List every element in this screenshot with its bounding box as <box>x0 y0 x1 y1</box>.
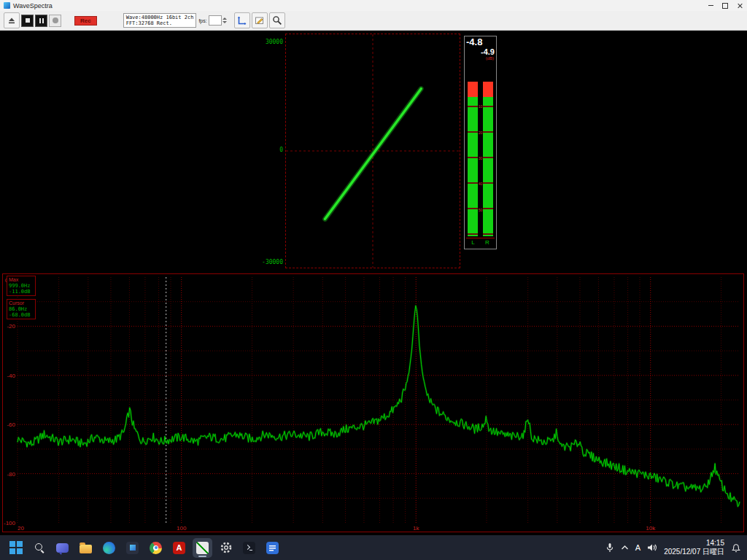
notes-icon <box>266 542 279 554</box>
meter-bars <box>468 82 493 236</box>
toolbar: Rec Wave:48000Hz 16bit 2ch FFT:32768 Rec… <box>0 11 747 31</box>
wave-format-text: Wave:48000Hz 16bit 2ch <box>126 15 194 20</box>
fft-format-text: FFT:32768 Rect. <box>126 20 172 26</box>
rec-indicator: Rec <box>74 16 97 26</box>
microphone-icon <box>605 542 614 553</box>
clock-time: 14:15 <box>706 539 724 547</box>
taskbar-settings-button[interactable] <box>216 538 236 558</box>
spectrum-panel: 0dB-20-40-60-80-100201001k10k Max 999.0H… <box>2 273 744 532</box>
fps-spinner[interactable] <box>222 17 227 24</box>
system-tray: A 14:15 2025/12/07 日曜日 <box>605 539 741 556</box>
stop-button[interactable] <box>21 15 34 27</box>
bell-icon <box>731 542 741 553</box>
search-icon <box>34 542 45 553</box>
minimize-icon <box>708 5 713 6</box>
scale-settings-button[interactable] <box>234 12 250 28</box>
pause-icon <box>39 18 44 23</box>
display-settings-button[interactable] <box>252 12 268 28</box>
svg-text:-80: -80 <box>7 471 15 478</box>
level-unit-label: (dB) <box>465 56 496 61</box>
hidden-icons-button[interactable] <box>621 545 629 551</box>
taskbar-chat-button[interactable] <box>53 538 72 558</box>
clock-date: 2025/12/07 日曜日 <box>664 548 724 556</box>
svg-text:100: 100 <box>177 525 187 532</box>
svg-text:-20: -20 <box>7 323 15 330</box>
speaker-icon <box>647 543 657 552</box>
channel-left-label: L <box>471 238 474 247</box>
level-meter-panel: -4.8 -4.9 (dB) 1020304050 L R <box>464 36 497 249</box>
terminal-icon <box>243 542 255 554</box>
eject-icon <box>7 16 16 25</box>
edge-icon <box>103 542 115 554</box>
fps-label: fps: <box>198 18 206 23</box>
max-label: Max <box>9 277 34 283</box>
lissajous-scope <box>285 34 460 268</box>
chrome-icon <box>150 542 162 554</box>
format-info-panel: Wave:48000Hz 16bit 2ch FFT:32768 Rect. <box>123 13 197 28</box>
folder-icon <box>80 545 92 553</box>
taskbar-wavespectra-button[interactable] <box>193 538 212 558</box>
cursor-readout-box: Cursor 86.0Hz -68.0dB <box>7 299 36 319</box>
lissajous-trace <box>286 34 460 268</box>
taskbar-chrome-button[interactable] <box>146 538 166 558</box>
level-value-right: -4.9 <box>465 47 496 56</box>
taskbar-store-button[interactable] <box>123 538 142 558</box>
taskbar-edge-button[interactable] <box>99 538 119 558</box>
record-button[interactable] <box>49 15 61 27</box>
volume-tray-button[interactable] <box>647 543 657 552</box>
pencil-icon <box>255 16 264 26</box>
lissajous-ymax-label: 30000 <box>256 39 283 45</box>
config-button[interactable] <box>269 12 285 28</box>
svg-text:1k: 1k <box>413 525 419 532</box>
minimize-button[interactable] <box>703 0 718 11</box>
fps-control: fps: <box>198 15 226 26</box>
desktop: WaveSpectra Rec Wave:48000Hz 16bit 2ch F… <box>0 0 747 560</box>
maximize-icon <box>722 3 728 9</box>
spectrum-chart[interactable]: 0dB-20-40-60-80-100201001k10k <box>3 274 743 532</box>
meter-bar-right <box>483 82 493 236</box>
notifications-button[interactable] <box>731 542 741 553</box>
taskbar-clock[interactable]: 14:15 2025/12/07 日曜日 <box>664 539 724 556</box>
microphone-tray-button[interactable] <box>605 542 614 553</box>
scope-area: 30000 0 -30000 -4.8 -4.9 (dB) 1020304050… <box>0 31 747 273</box>
taskbar-acrobat-button[interactable]: A <box>169 538 189 558</box>
open-button[interactable] <box>4 12 20 28</box>
axes-icon <box>237 16 247 26</box>
taskbar-notes-button[interactable] <box>263 538 282 558</box>
maximize-button[interactable] <box>718 0 732 11</box>
max-level: -11.0dB <box>9 289 34 295</box>
taskbar-search-button[interactable] <box>29 538 49 558</box>
channel-right-label: R <box>485 238 489 247</box>
svg-text:-100: -100 <box>4 520 16 526</box>
spin-up-icon <box>222 18 227 20</box>
cursor-label: Cursor <box>9 300 34 306</box>
max-frequency: 999.0Hz <box>9 283 34 289</box>
svg-text:-60: -60 <box>7 421 15 428</box>
toolbar-icon-group <box>234 12 287 28</box>
store-icon <box>126 542 139 554</box>
lissajous-ymid-label: 0 <box>256 147 283 153</box>
taskbar: A A 14:15 2025/12/07 日曜日 <box>0 535 747 560</box>
lissajous-ymin-label: -30000 <box>256 259 283 265</box>
cursor-frequency: 86.0Hz <box>9 306 34 312</box>
taskbar-file-explorer-button[interactable] <box>76 538 96 558</box>
chat-icon <box>56 543 69 553</box>
acrobat-icon: A <box>173 542 185 554</box>
start-button[interactable] <box>6 538 26 558</box>
window-controls <box>703 0 747 11</box>
level-value-left: -4.8 <box>465 36 496 47</box>
stop-icon <box>26 18 30 23</box>
cursor-level: -68.0dB <box>9 312 34 318</box>
spin-down-icon <box>222 21 227 23</box>
max-readout-box: Max 999.0Hz -11.0dB <box>7 276 36 296</box>
chevron-up-icon <box>621 545 629 551</box>
app-icon <box>4 2 10 9</box>
close-icon <box>737 3 743 9</box>
magnifier-wrench-icon <box>272 15 282 26</box>
pause-button[interactable] <box>35 15 47 27</box>
fps-input[interactable] <box>209 15 222 26</box>
close-button[interactable] <box>732 0 747 11</box>
svg-text:10k: 10k <box>646 525 656 532</box>
taskbar-terminal-button[interactable] <box>239 538 259 558</box>
ime-indicator[interactable]: A <box>635 543 640 552</box>
